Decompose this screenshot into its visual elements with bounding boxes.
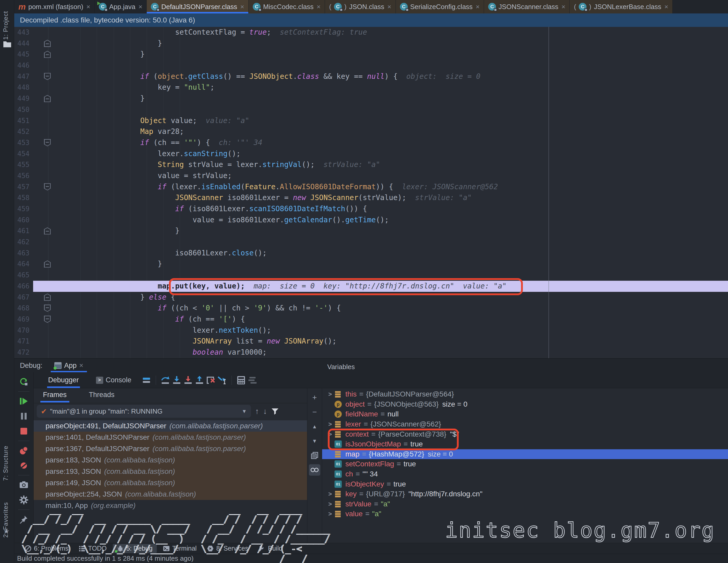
- add-watch-button[interactable]: +: [309, 392, 320, 403]
- code-line[interactable]: 460 value = iso8601Lexer.getCalendar().g…: [14, 215, 728, 226]
- close-icon[interactable]: ×: [317, 3, 321, 11]
- code-line[interactable]: 463 iso8601Lexer.close();: [14, 248, 728, 259]
- variable-row[interactable]: >context={ParseContext@738}"$": [322, 429, 728, 439]
- tool-window-button-debug[interactable]: 5: Debug: [113, 544, 157, 553]
- tool-window-button-services[interactable]: 8: Services: [203, 544, 252, 553]
- variable-row[interactable]: >value="a": [322, 509, 728, 519]
- step-over-button[interactable]: [160, 374, 171, 386]
- close-icon[interactable]: ×: [86, 3, 90, 11]
- tool-window-button-build[interactable]: Build: [255, 544, 287, 553]
- drop-frame-button[interactable]: [205, 374, 217, 386]
- move-down-icon[interactable]: ▼: [309, 435, 320, 447]
- chevron-right-icon[interactable]: >: [326, 390, 335, 398]
- code-line[interactable]: 469 if (ch == '[') {: [14, 314, 728, 325]
- layout-settings-icon[interactable]: [247, 374, 258, 386]
- code-line[interactable]: 470 lexer.nextToken();: [14, 325, 728, 336]
- code-line[interactable]: 454 lexer.scanString();: [14, 148, 728, 160]
- editor-tab[interactable]: (C)JSON.class×: [325, 0, 396, 13]
- fold-marker-icon[interactable]: [44, 315, 51, 323]
- variable-row[interactable]: pfieldName=null: [322, 409, 728, 419]
- fold-marker-icon[interactable]: [44, 73, 51, 80]
- tool-window-button-problems[interactable]: 6: Problems: [20, 544, 72, 553]
- chevron-right-icon[interactable]: >: [326, 490, 335, 498]
- stack-frame-row[interactable]: parse:193, JSON(com.alibaba.fastjson): [34, 466, 307, 477]
- remove-watch-button[interactable]: −: [309, 406, 320, 418]
- pause-button[interactable]: [18, 410, 29, 422]
- editor-tab[interactable]: CApp.java×: [95, 0, 147, 13]
- tab-frames[interactable]: Frames: [42, 388, 68, 402]
- sidebar-item-structure[interactable]: 7: Structure: [2, 421, 9, 481]
- code-line[interactable]: 449 }: [14, 93, 728, 104]
- tool-window-button-terminal[interactable]: Terminal: [159, 544, 201, 553]
- tab-threads[interactable]: Threads: [88, 388, 116, 402]
- code-line[interactable]: 450: [14, 104, 728, 115]
- fold-marker-icon[interactable]: [44, 304, 51, 312]
- code-line[interactable]: 451 Object value; value: "a": [14, 115, 728, 126]
- sidebar-item-project[interactable]: 1: Project: [2, 4, 9, 40]
- variable-row[interactable]: >lexer={JSONScanner@562}: [322, 419, 728, 429]
- stack-frame-row[interactable]: parse:1401, DefaultJSONParser(com.alibab…: [34, 432, 307, 443]
- code-line[interactable]: 452 Map var28;: [14, 126, 728, 137]
- variable-row[interactable]: >this={DefaultJSONParser@564}: [322, 389, 728, 399]
- code-line[interactable]: 453 if (ch == '"') { ch: '"' 34: [14, 137, 728, 148]
- code-line[interactable]: 466 map.put(key, value); map: size = 0 k…: [14, 281, 728, 292]
- copy-stack-icon[interactable]: [309, 450, 320, 461]
- fold-marker-icon[interactable]: [44, 183, 51, 191]
- stack-frame-row[interactable]: parse:149, JSON(com.alibaba.fastjson): [34, 477, 307, 489]
- stack-frame-row[interactable]: parse:1367, DefaultJSONParser(com.alibab…: [34, 443, 307, 454]
- show-execution-point-button[interactable]: [141, 374, 152, 386]
- mute-breakpoints-button[interactable]: [18, 460, 29, 471]
- close-icon[interactable]: ×: [664, 3, 668, 11]
- editor-tab[interactable]: CDefaultJSONParser.class×: [147, 0, 249, 13]
- tab-console[interactable]: > Console: [93, 372, 134, 388]
- step-out-button[interactable]: [194, 374, 205, 386]
- chevron-right-icon[interactable]: >: [326, 431, 335, 438]
- code-line[interactable]: 459 if (iso8601Lexer.scanISO8601DateIfMa…: [14, 204, 728, 215]
- code-line[interactable]: 464 }: [14, 259, 728, 270]
- force-step-into-button[interactable]: [182, 374, 194, 386]
- thread-dump-icon[interactable]: [18, 479, 29, 491]
- chevron-right-icon[interactable]: >: [326, 510, 335, 517]
- stack-frame-row[interactable]: parseObject:491, DefaultJSONParser(com.a…: [34, 420, 307, 432]
- close-icon[interactable]: ×: [138, 3, 142, 11]
- variable-row[interactable]: 01ch='"' 34: [322, 469, 728, 479]
- fold-marker-icon[interactable]: [44, 227, 51, 235]
- evaluate-expression-button[interactable]: [235, 374, 247, 386]
- code-line[interactable]: 444 }: [14, 38, 728, 49]
- settings-gear-icon[interactable]: [18, 494, 29, 506]
- resume-button[interactable]: [18, 395, 29, 407]
- stack-frame-row[interactable]: main:10, App(org.example): [34, 500, 307, 511]
- stop-button[interactable]: [18, 425, 29, 437]
- move-up-icon[interactable]: ▲: [309, 421, 320, 432]
- debug-session-tab[interactable]: App ×: [51, 359, 87, 372]
- editor-tab[interactable]: (C)JSONLexerBase.class×: [570, 0, 673, 13]
- code-line[interactable]: 462: [14, 237, 728, 248]
- variable-row[interactable]: pobject={JSONObject@563}size = 0: [322, 399, 728, 409]
- code-line[interactable]: 458 JSONScanner iso8601Lexer = new JSONS…: [14, 192, 728, 204]
- variable-row[interactable]: map={HashMap@572}size = 0: [322, 449, 728, 459]
- code-line[interactable]: 465: [14, 270, 728, 281]
- thread-selector[interactable]: ✔ "main"@1 in group "main": RUNNING ▼: [37, 405, 251, 418]
- code-editor[interactable]: 443 setContextFlag = true; setContextFla…: [14, 27, 728, 358]
- tab-debugger[interactable]: Debugger: [46, 372, 81, 388]
- editor-tab[interactable]: CSerializeConfig.class×: [396, 0, 484, 13]
- fold-marker-icon[interactable]: [44, 40, 51, 47]
- code-line[interactable]: 447 if (object.getClass() == JSONObject.…: [14, 71, 728, 82]
- code-line[interactable]: 468 if ((ch < '0' || ch > '9') && ch != …: [14, 303, 728, 314]
- editor-tab[interactable]: CMiscCodec.class×: [249, 0, 325, 13]
- code-line[interactable]: 461 }: [14, 226, 728, 237]
- variable-row[interactable]: >strValue="a": [322, 499, 728, 509]
- close-icon[interactable]: ×: [79, 362, 83, 370]
- editor-tab[interactable]: mpom.xml (fastjson)×: [14, 0, 95, 13]
- frame-up-icon[interactable]: ↑: [255, 407, 259, 416]
- code-line[interactable]: 472 boolean var10000;: [14, 347, 728, 358]
- frame-down-icon[interactable]: ↓: [263, 407, 267, 416]
- close-icon[interactable]: ×: [561, 3, 565, 11]
- stack-frame-row[interactable]: parseObject:254, JSON(com.alibaba.fastjs…: [34, 489, 307, 500]
- fold-marker-icon[interactable]: [44, 139, 51, 146]
- code-line[interactable]: 471 JSONArray list = new JSONArray();: [14, 336, 728, 347]
- editor-tab[interactable]: CJSONScanner.class×: [484, 0, 570, 13]
- close-icon[interactable]: ×: [476, 3, 480, 11]
- step-into-button[interactable]: [171, 374, 182, 386]
- pin-icon[interactable]: [18, 514, 29, 525]
